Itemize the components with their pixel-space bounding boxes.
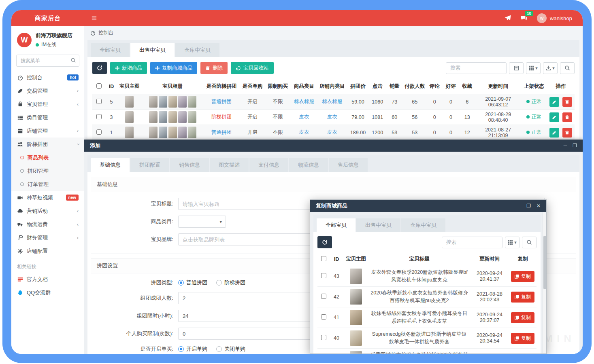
sidebar-item-shop-config[interactable]: 店铺配置: [11, 244, 84, 258]
category-link[interactable]: 皮衣: [291, 110, 317, 125]
table-search-input[interactable]: [446, 62, 507, 74]
user-menu[interactable]: w wanlshop: [537, 13, 572, 23]
product-thumbnail[interactable]: [125, 111, 134, 123]
close-icon[interactable]: ✕: [537, 203, 541, 209]
edit-button[interactable]: [549, 112, 559, 122]
export-icon[interactable]: ▾: [543, 62, 558, 74]
sidebar-item-group-manage[interactable]: 拼团管理: [11, 164, 84, 178]
copy-row-button[interactable]: 复制: [511, 292, 534, 303]
sidebar-item-official-docs[interactable]: 官方文档: [11, 273, 84, 286]
row-checkbox[interactable]: [96, 99, 102, 104]
tab-description[interactable]: 图文描述: [210, 158, 249, 172]
col-shop-category[interactable]: 店铺内类目: [317, 79, 347, 94]
col-price[interactable]: 拼团价: [347, 79, 369, 94]
col-id[interactable]: ID: [106, 79, 117, 94]
refresh-button[interactable]: [92, 62, 107, 74]
columns-toggle-icon[interactable]: ▾: [505, 237, 519, 248]
menu-search-input[interactable]: [16, 55, 79, 67]
copy-row-button[interactable]: 复制: [511, 271, 534, 282]
copy-mall-product-button[interactable]: 复制商城商品: [150, 62, 197, 74]
product-thumbnail[interactable]: [125, 96, 134, 108]
row-checkbox[interactable]: [321, 273, 326, 278]
row-checkbox[interactable]: [321, 294, 326, 299]
sidebar-item-dashboard[interactable]: 控制台 hot: [11, 71, 84, 84]
send-icon[interactable]: [504, 15, 511, 22]
product-thumbnail[interactable]: [350, 289, 362, 305]
col-is-ladder[interactable]: 是否阶梯拼团: [203, 79, 240, 94]
search-submit-icon[interactable]: [560, 62, 575, 74]
minimize-icon[interactable]: ─: [517, 203, 521, 209]
col-payers[interactable]: 付款人数: [403, 79, 426, 94]
shop-category-link[interactable]: 皮衣: [317, 125, 347, 140]
tab-warehouse-goods[interactable]: 仓库中宝贝: [401, 218, 445, 232]
sidebar-item-finance[interactable]: 财务管理 ‹: [11, 231, 84, 244]
tab-onsale-goods[interactable]: 出售中宝贝: [130, 43, 175, 57]
tab-group-config[interactable]: 拼团配置: [130, 158, 169, 172]
product-thumbnail[interactable]: [350, 269, 362, 284]
sidebar-item-trade[interactable]: 交易管理 ‹: [11, 84, 84, 97]
row-checkbox[interactable]: [321, 314, 326, 320]
sidebar-item-category[interactable]: 类目管理: [11, 111, 84, 124]
edit-button[interactable]: [549, 128, 559, 138]
product-thumbnail[interactable]: [350, 330, 362, 346]
sidebar-item-order-manage[interactable]: 订单管理: [11, 178, 84, 191]
detail-view-icon[interactable]: [509, 62, 524, 74]
hamburger-icon[interactable]: ☰: [84, 15, 104, 22]
row-checkbox[interactable]: [321, 335, 326, 340]
product-thumbnail[interactable]: [350, 310, 362, 325]
sidebar-item-qq-group[interactable]: QQ交流群: [11, 286, 84, 299]
tab-sales-info[interactable]: 销售信息: [170, 158, 209, 172]
radio-normal-group[interactable]: 普通拼团: [178, 279, 207, 286]
tab-payment-info[interactable]: 支付信息: [249, 158, 288, 172]
col-single-buy[interactable]: 是否单购: [240, 79, 265, 94]
tab-all-goods[interactable]: 全部宝贝: [317, 218, 356, 232]
sidebar-item-product-list[interactable]: 商品列表: [11, 151, 84, 164]
row-checkbox[interactable]: [96, 114, 102, 119]
col-comments[interactable]: 评论: [426, 79, 443, 94]
row-checkbox[interactable]: [96, 129, 102, 135]
category-select[interactable]: ▾: [178, 216, 226, 228]
tab-aftersale-info[interactable]: 售后信息: [329, 158, 368, 172]
col-id[interactable]: ID: [330, 252, 343, 266]
col-favorites[interactable]: 收藏: [459, 79, 475, 94]
columns-toggle-icon[interactable]: ▾: [526, 62, 541, 74]
product-thumbnail[interactable]: [350, 351, 362, 353]
col-clicks[interactable]: 点击: [369, 79, 386, 94]
col-updated[interactable]: 更新时间: [470, 252, 509, 266]
col-limit[interactable]: 限制购买: [265, 79, 291, 94]
product-thumbnail[interactable]: [125, 127, 134, 138]
radio-single-buy-on[interactable]: 开启单购: [178, 345, 207, 353]
edit-button[interactable]: [549, 97, 559, 107]
delete-row-button[interactable]: [562, 128, 572, 138]
radio-ladder-group[interactable]: 阶梯拼团: [216, 279, 245, 286]
category-link[interactable]: 皮衣: [291, 125, 317, 140]
sidebar-item-logistics[interactable]: 物流运费 ‹: [11, 218, 84, 231]
col-title[interactable]: 宝贝标题: [368, 252, 470, 266]
col-praise[interactable]: 好评: [443, 79, 459, 94]
col-status[interactable]: 上架状态: [521, 79, 547, 94]
tab-onsale-goods[interactable]: 出售中宝贝: [356, 218, 400, 232]
copy-row-button[interactable]: 复制: [511, 312, 534, 323]
sidebar-item-short-video[interactable]: 种草短视频 new: [11, 191, 84, 204]
tab-logistics-info[interactable]: 物流信息: [289, 158, 328, 172]
messages-icon[interactable]: 10: [520, 15, 528, 22]
copy-search-input[interactable]: [442, 237, 502, 248]
tab-all-goods[interactable]: 全部宝贝: [91, 43, 130, 57]
select-all-checkbox[interactable]: [321, 256, 326, 261]
radio-single-buy-off[interactable]: 关闭单购: [216, 345, 245, 353]
col-updated[interactable]: 更新时间: [475, 79, 521, 94]
copy-modal-header[interactable]: 复制商城商品 ─ ❐ ✕: [310, 200, 546, 212]
scrollbar-thumb[interactable]: [543, 236, 546, 289]
col-sales[interactable]: 销量: [386, 79, 403, 94]
category-link[interactable]: 棉衣棉服: [291, 94, 317, 110]
delete-row-button[interactable]: [562, 112, 572, 122]
refresh-button[interactable]: [317, 236, 332, 248]
search-submit-icon[interactable]: [522, 237, 537, 248]
tab-warehouse-goods[interactable]: 仓库中宝贝: [175, 43, 219, 57]
delete-row-button[interactable]: [562, 97, 572, 107]
sidebar-item-marketing[interactable]: 营销活动 ‹: [11, 204, 84, 218]
delete-button[interactable]: 删除: [200, 62, 228, 74]
shop-category-link[interactable]: 棉衣棉服: [317, 94, 347, 110]
group-type-link[interactable]: 阶梯拼团: [203, 110, 240, 125]
product-album[interactable]: [143, 127, 201, 138]
